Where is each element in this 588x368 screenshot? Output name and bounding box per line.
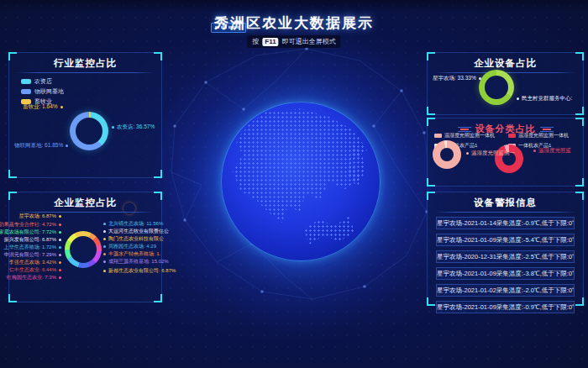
chart-label: 新都生态农业有限公司: 6.87% — [103, 267, 176, 275]
chart-label: 陶门生态农业科技有限公 — [103, 235, 164, 243]
legend-label: 物联网基地 — [34, 87, 64, 96]
legend-item[interactable]: 温湿度光照监测一体机 — [434, 132, 495, 139]
chart-label: 民主村党群服务中心: — [517, 95, 572, 103]
page-title: 秀洲区农业大数据展示 — [0, 13, 588, 33]
panel-title: 企业监控占比 — [9, 197, 161, 209]
panel-corner — [154, 294, 162, 302]
chart-label: 畜牧业: 1.64% — [23, 103, 63, 111]
legend-item[interactable]: 温湿度光照监测一体机 — [508, 132, 569, 139]
panel-corner — [575, 297, 584, 306]
alarm-row: 星宇农场-2020-12-31采集温度:-2.5℃,低于下限:0℃ — [436, 250, 575, 263]
alarm-list: 星宇农场-2021-01-14采集温度:-0.9℃,低于下限:0℃ 星宇农场-2… — [428, 217, 583, 313]
chart-label: 温湿度光照监测一 — [466, 150, 515, 157]
chart-label: 仁丰生态农业: 6.44% — [9, 266, 61, 274]
legend-swatch — [434, 134, 442, 138]
panel-corner — [427, 297, 435, 306]
panel-corner — [575, 107, 584, 115]
globe-continents — [222, 103, 380, 260]
panel-corner — [154, 52, 162, 60]
legend-label: 温湿度光照监测一体机 — [444, 132, 495, 139]
alarm-row: 星宇农场-2021-01-02采集温度:-2.0℃,低于下限:0℃ — [436, 284, 575, 297]
enterprise-donut-chart[interactable] — [65, 231, 102, 268]
chart-label: 星宇农场: 33.33% — [433, 75, 481, 82]
legend-swatch — [21, 79, 31, 84]
panel-title: 设备警报信息 — [428, 197, 583, 209]
dashboard-screen: 秀洲区农业大数据展示 按 F11 即可退出全屏模式 行业监控占比 农资店 物联网… — [0, 0, 588, 368]
chart-label: 振兴发有限公司: 6.87% — [4, 236, 61, 244]
chart-label: 红梅园生态农业: 7.3% — [7, 274, 61, 281]
panel-device-classification: 设备分类占比 温湿度光照监测一体机 一体机农产品1 温湿度光照监测一体机 一体机… — [427, 118, 584, 187]
chart-label: 大运河生态牧业有限责任公 — [103, 228, 169, 235]
legend-label: 温湿度光照监测一体机 — [518, 132, 569, 139]
legend-swatch — [21, 89, 31, 94]
panel-industry-monitor: 行业监控占比 农资店 物联网基地 畜牧业 畜牧业: 1.64% 农资店: 36.… — [8, 52, 162, 178]
panel-corner — [8, 192, 17, 200]
globe — [221, 102, 381, 261]
chart-label: 李强生态农场: 3.42% — [9, 259, 61, 266]
legend-swatch — [508, 134, 516, 138]
panel-device-ratio: 企业设备占比 星宇农场: 33.33% 民主村党群服务中心: — [427, 52, 584, 115]
alarm-row: 星宇农场-2021-01-09采集温度:-3.8℃,低于下限:0℃ — [436, 267, 575, 280]
chart-label: 中润元有限公司: 7.29% — [4, 251, 61, 259]
panel-corner — [427, 118, 435, 126]
chart-label: 家庭农场有限公司: 7.72% — [0, 229, 61, 236]
chart-label: 彩韵果蔬专业合作社: 4.72% — [0, 221, 61, 229]
panel-corner — [8, 294, 17, 302]
chart-label: 北兴锦生态农场: 11.56% — [103, 220, 163, 228]
panel-corner — [575, 178, 584, 187]
panel-corner — [154, 192, 162, 200]
panel-corner — [575, 118, 584, 126]
panel-enterprise-monitor: 企业监控占比 星宇农场: 6.87% 彩韵果蔬专业合作社: 4.72% 家庭农场… — [8, 192, 162, 302]
industry-donut-chart[interactable] — [70, 112, 108, 150]
legend-item[interactable]: 农资店 — [21, 77, 64, 86]
hint-suffix: 即可退出全屏模式 — [282, 37, 336, 46]
panel-corner — [8, 52, 17, 60]
panel-corner — [8, 170, 17, 178]
chart-label: 星宇农场: 6.87% — [19, 213, 61, 220]
chart-label: 成翔三源养殖基地: 15.02% — [103, 258, 169, 265]
device-class-donut-left[interactable] — [433, 140, 461, 169]
chart-label: 上华生态养殖场: 1.72% — [4, 244, 61, 251]
legend-item[interactable]: 物联网基地 — [21, 87, 64, 96]
panel-corner — [427, 107, 435, 115]
f11-key-badge: F11 — [262, 38, 278, 46]
alarm-row: 星宇农场-2021-01-14采集温度:-0.9℃,低于下限:0℃ — [436, 217, 575, 229]
chart-label: 物联网基地: 61.85% — [14, 142, 68, 150]
device-ratio-donut-chart[interactable] — [479, 70, 514, 105]
panel-corner — [427, 178, 435, 187]
alarm-row: 星宇农场-2021-01-09采集温度:-5.4℃,低于下限:0℃ — [436, 234, 575, 246]
panel-corner — [154, 170, 162, 178]
panel-corner — [575, 192, 584, 200]
panel-corner — [427, 52, 435, 60]
top-strip — [0, 0, 588, 12]
chart-label: 温湿度光照监 — [533, 147, 571, 155]
fullscreen-hint: 按 F11 即可退出全屏模式 — [247, 35, 340, 48]
alarm-row: 星宇农场-2021-01-09采集温度:-0.9℃,低于下限:0℃ — [436, 301, 575, 313]
panel-title: 行业监控占比 — [9, 57, 161, 70]
title-divider — [434, 212, 576, 213]
panel-corner — [575, 52, 584, 60]
panel-title: 企业设备占比 — [428, 57, 583, 70]
title-divider — [16, 72, 155, 73]
legend-label: 农资店 — [34, 77, 52, 86]
chart-label: 农资店: 36.57% — [112, 124, 155, 131]
panel-corner — [427, 192, 435, 200]
chart-label: 丰源水产特色养殖场: 1. — [103, 250, 160, 258]
hint-prefix: 按 — [252, 37, 259, 46]
panel-device-alarms: 设备警报信息 星宇农场-2021-01-14采集温度:-0.9℃,低于下限:0℃… — [427, 192, 584, 306]
chart-label: 周雅园生态农场: 4.29 — [103, 243, 156, 250]
